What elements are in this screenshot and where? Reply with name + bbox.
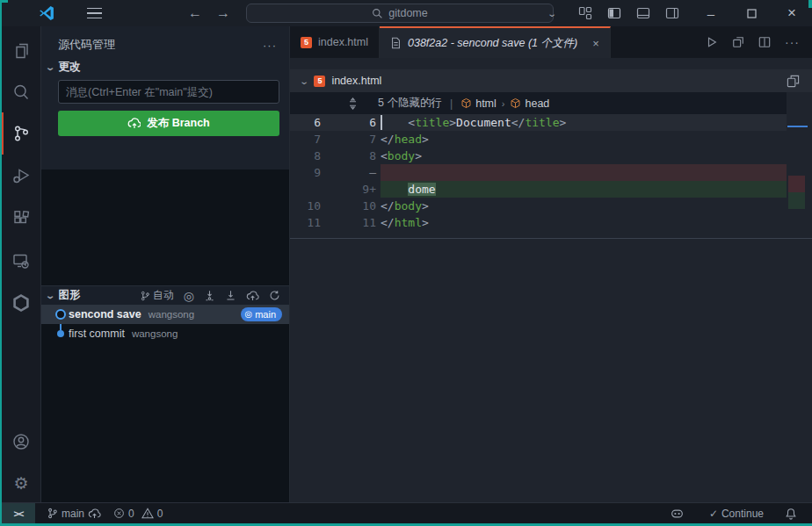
continue-status-item[interactable]: ✓ Continue — [703, 508, 770, 520]
run-file-icon[interactable] — [706, 36, 718, 48]
chevron-down-icon: ⌄ — [547, 9, 557, 18]
commit-row[interactable]: sencond save wangsong ◎ main — [41, 305, 289, 324]
html-file-icon: 5 — [301, 37, 312, 48]
changes-label: 更改 — [58, 60, 80, 75]
window-minimize-icon[interactable]: – — [691, 0, 731, 26]
vscode-logo-icon — [38, 4, 55, 22]
continue-label: Continue — [721, 508, 764, 520]
remote-explorer-icon[interactable] — [2, 241, 40, 281]
separator: | — [450, 97, 453, 110]
window-border-left — [0, 0, 2, 526]
tab-label: index.html — [318, 36, 368, 48]
git-fetch-icon[interactable] — [204, 290, 215, 301]
breadcrumb-head[interactable]: head — [510, 97, 549, 110]
notifications-bell[interactable] — [779, 508, 803, 520]
graph-auto-label: 自动 — [153, 288, 174, 303]
breadcrumb-label: html — [475, 97, 497, 110]
check-icon: ✓ — [709, 508, 718, 520]
publish-cloud-icon — [88, 508, 101, 519]
window-maximize-icon[interactable] — [731, 0, 772, 26]
commit-list: sencond save wangsong ◎ main first commi… — [41, 305, 289, 343]
customize-layout-icon[interactable] — [578, 6, 592, 20]
commit-message-input[interactable] — [58, 80, 279, 104]
diff-end-border — [290, 238, 812, 239]
publish-branch-button[interactable]: 发布 Branch — [58, 111, 279, 136]
command-center-search[interactable]: gitdome — [246, 4, 554, 23]
extension-hexagon-icon[interactable] — [2, 283, 40, 323]
run-debug-icon[interactable] — [2, 155, 40, 196]
target-icon: ◎ — [244, 310, 252, 319]
diff-line[interactable]: 9+ dome — [290, 181, 787, 198]
nav-forward-icon[interactable]: → — [216, 5, 230, 21]
refresh-icon[interactable] — [269, 290, 280, 301]
push-cloud-icon[interactable] — [246, 291, 259, 301]
copilot-status-item[interactable] — [663, 508, 691, 520]
publish-branch-label: 发布 Branch — [147, 116, 210, 131]
title-bar: ← → gitdome ⌄ — [2, 0, 812, 26]
symbol-cube-icon — [460, 97, 472, 109]
extensions-icon[interactable] — [2, 198, 40, 239]
accounts-icon[interactable] — [2, 422, 40, 462]
source-control-icon[interactable] — [2, 113, 40, 154]
open-changes-icon[interactable] — [732, 36, 744, 48]
graph-label: 图形 — [58, 288, 80, 303]
explorer-icon[interactable] — [2, 31, 40, 71]
branch-badge[interactable]: ◎ main — [241, 307, 282, 321]
changes-section-header[interactable]: ⌄ 更改 — [41, 56, 289, 77]
diff-line[interactable]: 1111</html> — [290, 214, 787, 231]
commit-author: wangsong — [149, 309, 194, 320]
git-pull-icon[interactable] — [225, 290, 236, 301]
menu-hamburger-icon[interactable] — [87, 8, 102, 19]
warning-icon — [141, 508, 154, 519]
toggle-panel-icon[interactable] — [636, 6, 650, 20]
nav-back-icon[interactable]: ← — [188, 5, 202, 21]
warning-count: 0 — [157, 508, 163, 520]
error-icon — [113, 508, 125, 519]
commit-node-icon — [57, 330, 64, 337]
diff-line[interactable]: 77</head> — [290, 131, 787, 148]
diff-code: 66 <title>Document</title>77</head>88<bo… — [290, 114, 787, 231]
diff-line[interactable]: 88<body> — [290, 148, 787, 164]
bell-icon — [785, 508, 797, 520]
toggle-primary-sidebar-icon[interactable] — [607, 6, 621, 20]
commit-message: sencond save — [69, 308, 141, 321]
editor-more-actions-icon[interactable]: ··· — [785, 35, 800, 49]
branch-name: main — [62, 508, 84, 520]
search-view-icon[interactable] — [2, 72, 40, 112]
window-close-icon[interactable]: × — [772, 0, 812, 26]
breadcrumb-html[interactable]: html — [460, 97, 497, 110]
chevron-down-icon: ⌄ — [299, 76, 309, 86]
tab-close-icon[interactable]: × — [592, 37, 599, 50]
status-bar: >< main 0 0 ✓ Continue — [2, 502, 812, 523]
hidden-lines-bar[interactable]: 5 个隐藏的行 | html › head — [290, 92, 787, 114]
toggle-secondary-sidebar-icon[interactable] — [665, 6, 679, 20]
error-count: 0 — [128, 508, 134, 520]
graph-section-header[interactable]: ⌄ 图形 — [47, 288, 80, 303]
diff-file-header[interactable]: ⌄ 5 index.html — [290, 69, 812, 92]
editor-area: 5 index.html 038f2a2 - sencond save (1 个… — [290, 26, 812, 502]
symbol-cube-icon — [510, 97, 521, 109]
diff-file-name: index.html — [331, 75, 381, 87]
hidden-lines-label: 5 个隐藏的行 — [378, 96, 442, 111]
tab-bar: 5 index.html 038f2a2 - sencond save (1 个… — [290, 26, 812, 58]
tab-index-html[interactable]: 5 index.html — [290, 26, 380, 58]
more-actions-icon[interactable]: ··· — [263, 39, 277, 52]
chevron-down-icon: ⌄ — [45, 62, 55, 72]
graph-locate-icon[interactable]: ◎ — [184, 290, 194, 302]
branch-status-item[interactable]: main — [40, 503, 107, 523]
graph-repo-auto-button[interactable]: 自动 — [140, 288, 174, 303]
problems-status-item[interactable]: 0 0 — [107, 503, 169, 523]
settings-gear-icon[interactable]: ⚙ — [2, 463, 40, 503]
tab-diff-commit[interactable]: 038f2a2 - sencond save (1 个文件) × — [380, 26, 611, 58]
split-editor-icon[interactable] — [758, 36, 771, 48]
branch-badge-label: main — [255, 309, 276, 320]
window-border-corner — [808, 0, 812, 8]
diff-line[interactable]: 1010</body> — [290, 198, 787, 214]
open-file-icon[interactable] — [787, 75, 800, 88]
commit-row[interactable]: first commit wangsong — [41, 324, 289, 343]
unfold-icon — [347, 97, 359, 110]
diff-line[interactable]: 9— — [290, 164, 787, 181]
remote-indicator[interactable]: >< — [2, 503, 35, 523]
git-branch-icon — [140, 291, 150, 301]
diff-line[interactable]: 66 <title>Document</title> — [290, 114, 787, 131]
